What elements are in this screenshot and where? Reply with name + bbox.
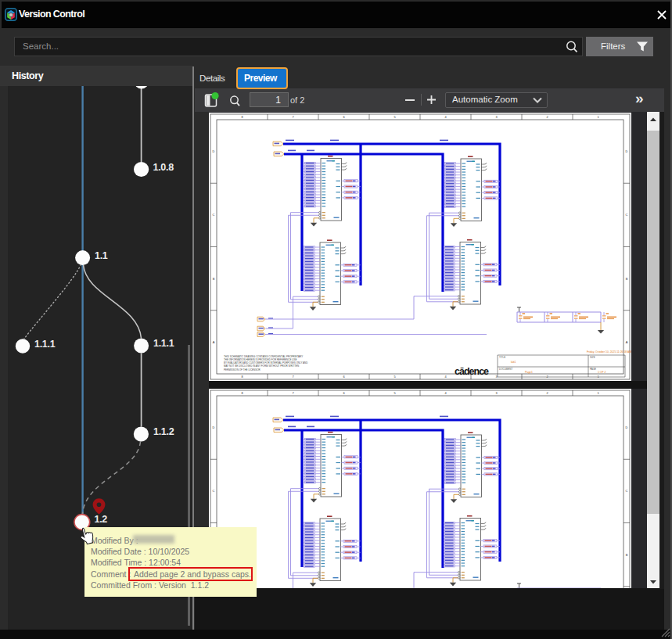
svg-text:1.1.2: 1.1.2 <box>153 426 174 437</box>
svg-text:B: B <box>213 277 215 281</box>
svg-text:PAGE: PAGE <box>590 368 596 371</box>
svg-text:B: B <box>626 277 628 281</box>
svg-text:6: 6 <box>343 375 345 379</box>
svg-text:1.1.1: 1.1.1 <box>153 338 174 349</box>
svg-text:5: 5 <box>393 375 396 379</box>
svg-text:DOCUMENT: DOCUMENT <box>499 368 512 371</box>
svg-text:4: 4 <box>444 375 447 379</box>
svg-text:8: 8 <box>241 115 243 119</box>
svg-text:PERMISSION OF THE LICENSOR: PERMISSION OF THE LICENSOR <box>224 368 261 372</box>
svg-text:D: D <box>213 149 215 153</box>
svg-text:8: 8 <box>241 375 243 379</box>
svg-text:1.1.1: 1.1.1 <box>34 339 56 350</box>
svg-text:SIZE: SIZE <box>590 356 595 359</box>
svg-text:1.0.8: 1.0.8 <box>153 162 174 173</box>
svg-text:1.2: 1.2 <box>95 514 108 525</box>
svg-text:lab1: lab1 <box>511 361 516 364</box>
svg-text:cādence: cādence <box>455 366 489 377</box>
svg-text:C: C <box>213 213 215 217</box>
svg-text:4: 4 <box>444 115 447 119</box>
svg-text:7: 7 <box>292 115 294 119</box>
svg-text:3: 3 <box>495 115 498 119</box>
svg-text:2: 2 <box>546 115 548 119</box>
svg-text:D: D <box>626 149 628 153</box>
svg-text:1: 1 <box>597 115 599 119</box>
svg-text:5: 5 <box>393 115 396 119</box>
svg-text:Friday, October 10, 2025 11:26: Friday, October 10, 2025 11:26:58 AM <box>587 350 631 354</box>
svg-text:1.1: 1.1 <box>95 250 108 261</box>
svg-text:1 OF 2: 1 OF 2 <box>598 371 606 374</box>
svg-text:Page1: Page1 <box>525 371 533 374</box>
svg-text:7: 7 <box>292 375 294 379</box>
svg-text:A: A <box>213 340 215 344</box>
svg-text:A: A <box>626 340 628 344</box>
svg-text:6: 6 <box>343 115 345 119</box>
svg-text:TITLE: TITLE <box>499 356 505 359</box>
svg-text:C: C <box>626 213 628 217</box>
